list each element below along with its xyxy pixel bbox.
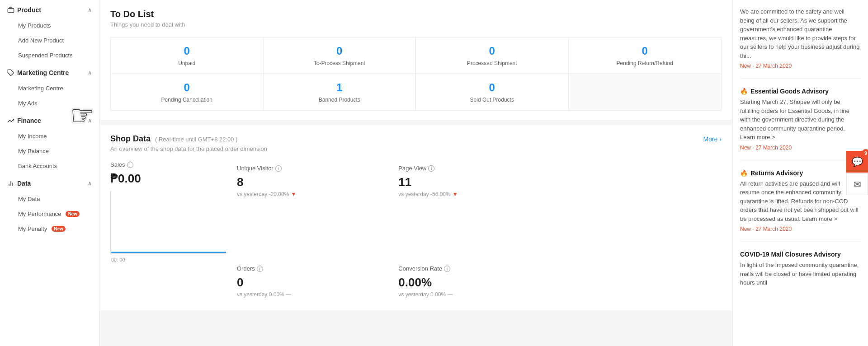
unique-visitor-metric: Unique Visitor i 8 vs yesterday -20.00% …	[237, 161, 398, 254]
todo-number-to-process: 0	[269, 45, 410, 57]
orders-info-icon[interactable]: i	[257, 266, 263, 272]
sidebar-item-my-performance[interactable]: My Performance New	[0, 206, 99, 221]
sidebar-item-bank-accounts[interactable]: Bank Accounts	[0, 159, 99, 173]
news-meta-returns: New · 27 March 2020	[740, 226, 861, 232]
mail-icon: ✉	[854, 179, 861, 190]
news-item-quarantine: We are committed to the safety and well-…	[740, 7, 861, 79]
news-meta-quarantine: New · 27 March 2020	[740, 63, 861, 69]
todo-cell-sold-out[interactable]: 0 Sold Out Products	[416, 74, 569, 110]
todo-title: To Do List	[110, 9, 722, 19]
sidebar-item-my-penalty[interactable]: My Penalty New	[0, 221, 99, 236]
down-arrow-icon: ▼	[291, 191, 296, 197]
orders-compare: vs yesterday 0.00% —	[237, 291, 391, 298]
page-view-value: 11	[398, 175, 552, 189]
finance-icon	[7, 117, 14, 124]
todo-label-banned: Banned Products	[269, 97, 410, 103]
sidebar-section-data-label: Data	[17, 180, 31, 187]
sidebar-section-finance-label: Finance	[17, 117, 41, 124]
shop-data-desc: An overview of the shop data for the pla…	[110, 145, 722, 152]
more-link[interactable]: More ›	[703, 136, 722, 143]
todo-cell-processed-shipment[interactable]: 0 Processed Shipment	[416, 37, 569, 74]
todo-section: To Do List Things you need to deal with …	[99, 0, 732, 120]
sidebar-item-my-ads[interactable]: My Ads	[0, 96, 99, 111]
todo-label-unpaid: Unpaid	[116, 60, 258, 66]
sidebar-item-my-balance[interactable]: My Balance	[0, 144, 99, 159]
sales-chart: 00: 00	[110, 191, 226, 254]
chevron-up-icon-2: ∧	[88, 70, 92, 76]
realtime-badge: ( Real-time until GMT+8 22:00 )	[155, 136, 237, 143]
chevron-up-icon-4: ∧	[88, 180, 92, 187]
main-content: To Do List Things you need to deal with …	[99, 0, 868, 346]
center-panel: To Do List Things you need to deal with …	[99, 0, 732, 346]
news-body-essential: Starting March 27, Shopee will only be f…	[740, 98, 861, 142]
conversion-label: Conversion Rate i	[398, 265, 552, 272]
svg-rect-0	[8, 9, 14, 13]
orders-metric: Orders i 0 vs yesterday 0.00% —	[237, 262, 398, 301]
page-view-compare: vs yesterday -56.00% ▼	[398, 191, 552, 197]
news-item-essential: 🔥 Essential Goods Advisory Starting Marc…	[740, 88, 861, 160]
todo-cell-unpaid[interactable]: 0 Unpaid	[111, 37, 264, 74]
empty-metric	[560, 161, 722, 254]
sidebar-section-marketing: Marketing Centre ∧ Marketing Centre My A…	[0, 63, 99, 111]
chat-badge: 9	[862, 149, 868, 157]
sidebar-header-data[interactable]: Data ∧	[0, 173, 99, 192]
todo-label-pending-return: Pending Return/Refund	[574, 60, 716, 66]
sidebar-item-add-new-product[interactable]: Add New Product	[0, 33, 99, 48]
fire-icon-essential: 🔥	[740, 88, 748, 95]
shop-data-header: Shop Data ( Real-time until GMT+8 22:00 …	[110, 134, 722, 144]
sales-value: ₱0.00	[110, 172, 226, 186]
todo-label-pending-cancellation: Pending Cancellation	[116, 97, 258, 103]
news-body-quarantine: We are committed to the safety and well-…	[740, 7, 861, 60]
unique-visitor-value: 8	[237, 175, 391, 189]
unique-visitor-info-icon[interactable]: i	[275, 165, 282, 172]
chat-fab-button[interactable]: 💬 9	[846, 151, 868, 173]
todo-number-sold-out: 0	[421, 81, 563, 94]
sidebar-header-finance[interactable]: Finance ∧	[0, 111, 99, 129]
todo-grid: 0 Unpaid 0 To-Process Shipment 0 Process…	[110, 37, 722, 111]
shop-data-title: Shop Data	[110, 134, 151, 144]
sales-info-icon[interactable]: i	[127, 162, 133, 168]
todo-number-unpaid: 0	[116, 45, 258, 57]
chevron-up-icon: ∧	[88, 7, 92, 13]
todo-cell-pending-return[interactable]: 0 Pending Return/Refund	[569, 37, 722, 74]
sidebar-item-my-income[interactable]: My Income	[0, 129, 99, 144]
conversion-metric: Conversion Rate i 0.00% vs yesterday 0.0…	[398, 262, 560, 301]
empty-metric-2	[560, 262, 722, 301]
news-title-covid: COVID-19 Mall Closures Advisory	[740, 251, 861, 258]
page-view-info-icon[interactable]: i	[428, 165, 434, 172]
sidebar-item-suspended-products[interactable]: Suspended Products	[0, 48, 99, 63]
mail-fab-button[interactable]: ✉	[846, 173, 868, 195]
sidebar-section-data: Data ∧ My Data My Performance New My Pen…	[0, 173, 99, 236]
sidebar-item-marketing-centre[interactable]: Marketing Centre	[0, 81, 99, 96]
todo-number-processed: 0	[421, 45, 563, 57]
sidebar-item-my-data[interactable]: My Data	[0, 192, 99, 206]
page-view-label: Page View i	[398, 165, 552, 172]
my-performance-badge: New	[66, 211, 80, 217]
sidebar-section-finance: Finance ∧ My Income My Balance Bank Acco…	[0, 111, 99, 173]
todo-label-sold-out: Sold Out Products	[421, 97, 563, 103]
conversion-info-icon[interactable]: i	[444, 266, 450, 272]
content-area: To Do List Things you need to deal with …	[99, 0, 868, 346]
unique-visitor-compare: vs yesterday -20.00% ▼	[237, 191, 391, 197]
chevron-up-icon-3: ∧	[88, 117, 92, 124]
sidebar-header-product[interactable]: Product ∧	[0, 0, 99, 18]
tag-icon	[7, 69, 14, 76]
todo-cell-pending-cancellation[interactable]: 0 Pending Cancellation	[111, 74, 264, 110]
news-body-covid: In light of the imposed community quaran…	[740, 261, 861, 287]
down-arrow-icon-2: ▼	[453, 191, 458, 197]
box-icon	[7, 6, 14, 14]
sidebar-header-marketing[interactable]: Marketing Centre ∧	[0, 63, 99, 81]
sidebar-item-my-products[interactable]: My Products	[0, 18, 99, 33]
news-item-covid: COVID-19 Mall Closures Advisory In light…	[740, 251, 861, 299]
my-penalty-badge: New	[52, 226, 66, 232]
sidebar-section-marketing-label: Marketing Centre	[17, 69, 69, 76]
news-item-returns: 🔥 Returns Advisory All return activities…	[740, 169, 861, 242]
todo-cell-banned-products[interactable]: 1 Banned Products	[264, 74, 416, 110]
sidebar-section-product: Product ∧ My Products Add New Product Su…	[0, 0, 99, 63]
todo-cell-to-process[interactable]: 0 To-Process Shipment	[264, 37, 416, 74]
news-title-essential: 🔥 Essential Goods Advisory	[740, 88, 861, 95]
todo-subtitle: Things you need to deal with	[110, 21, 722, 28]
todo-number-pending-cancellation: 0	[116, 81, 258, 94]
orders-label: Orders i	[237, 265, 391, 272]
chat-icon: 💬	[852, 156, 863, 167]
